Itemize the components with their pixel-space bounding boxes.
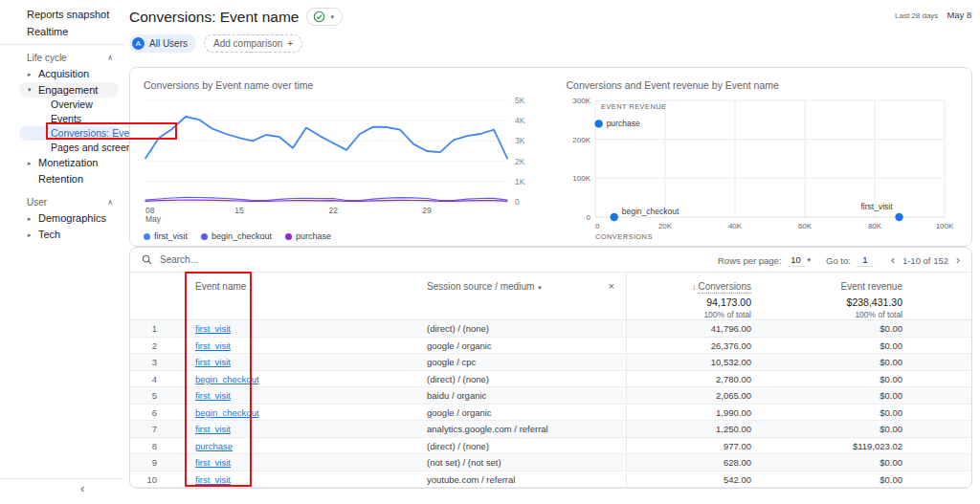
table-row: 10 first_visit youtube.com / referral 54… [130,471,971,489]
sidebar-section-life-cycle[interactable]: Life cycle ∧ [0,49,124,66]
svg-text:22: 22 [328,206,338,215]
dropdown-caret-icon[interactable]: ▾ [538,284,542,291]
event-name-link[interactable]: first_visit [195,457,231,468]
search-input[interactable]: Search... [160,254,198,265]
session-source-cell: baidu / organic [427,387,626,405]
event-name-link[interactable]: begin_checkout [195,374,259,384]
conversions-cell: 1,250.00 [626,421,776,438]
event-name-link[interactable]: first_visit [195,340,231,351]
event-revenue-header[interactable]: Event revenue $238,431.30 100% of total [776,273,971,319]
conversions-header-label[interactable]: Conversions [698,281,751,294]
row-index: 6 [130,405,195,422]
divider [0,478,122,479]
event-name-header-label: Event name [195,281,246,292]
sort-descending-icon[interactable]: ↓ [692,282,697,292]
session-source-header-label: Session source / medium [427,281,534,292]
expand-arrow-icon[interactable]: ▸ [28,210,32,227]
sidebar-item-conversions-event-name[interactable]: Conversions: Event name [19,126,121,141]
svg-text:begin_checkout: begin_checkout [621,207,679,216]
add-comparison-chip[interactable]: Add comparison + [204,34,302,53]
expand-arrow-icon[interactable]: ▸ [28,155,32,171]
sidebar-item-acquisition[interactable]: ▸ Acquisition [0,66,124,82]
sidebar-item-monetization[interactable]: ▸ Monetization [0,155,124,171]
event-name-link[interactable]: first_visit [195,390,231,401]
sidebar-item-retention[interactable]: Retention [0,171,124,187]
go-to-input[interactable]: 1 [857,254,874,267]
revenue-cell: $0.00 [776,405,971,422]
revenue-total-pct: 100% of total [776,310,902,319]
next-page-icon[interactable]: › [954,253,962,267]
row-number-header [130,273,195,319]
row-index: 1 [130,320,195,338]
scatter-chart: 020K40K60K80K100K300K200K100K0EVENT REVE… [567,95,969,248]
svg-text:5K: 5K [515,96,525,105]
svg-text:100K: 100K [572,174,590,183]
legend-item-purchase[interactable]: purchase [285,231,331,241]
svg-text:3K: 3K [515,136,525,145]
all-users-label: All Users [149,38,188,49]
session-source-header[interactable]: Session source / medium▾ × [427,273,626,319]
sidebar-item-tech[interactable]: ▸ Tech [0,227,124,243]
line-chart-title: Conversions by Event name over time [144,79,542,91]
row-index: 2 [130,338,195,355]
sidebar-item-realtime[interactable]: Realtime [0,23,124,40]
svg-text:29: 29 [422,206,432,215]
sidebar-item-demographics[interactable]: ▸ Demographics [0,210,124,227]
event-name-link[interactable]: first_visit [195,424,231,434]
sidebar-item-engagement[interactable]: ▾ Engagement [19,82,119,98]
legend-item-first_visit[interactable]: first_visit [144,231,188,241]
conversion-status-badge[interactable]: ▾ [306,8,343,26]
dropdown-caret-icon[interactable]: ▾ [808,256,812,264]
collapse-arrow-icon[interactable]: ▾ [28,82,32,98]
date-value: May 8 [947,10,971,20]
sidebar-item-events[interactable]: Events [19,112,121,126]
svg-text:40K: 40K [727,222,742,230]
table-body: 1 first_visit (direct) / (none) 41,796.0… [130,320,971,488]
sidebar-section-user[interactable]: User ∧ [0,193,124,210]
scatter-point-begin_checkout[interactable] [610,213,617,221]
expand-arrow-icon[interactable]: ▸ [28,66,32,82]
legend-item-begin_checkout[interactable]: begin_checkout [201,231,272,241]
session-source-cell: google / organic [427,405,626,422]
event-name-header[interactable]: Event name [195,273,427,319]
previous-page-icon[interactable]: ‹ [889,253,897,267]
date-range-picker[interactable]: Last 28 days May 8 [895,10,980,20]
svg-text:4K: 4K [515,116,525,125]
event-name-link[interactable]: first_visit [195,323,231,334]
revenue-cell: $0.00 [776,338,971,355]
event-name-link[interactable]: purchase [195,441,233,451]
sidebar-item-overview[interactable]: Overview [19,98,121,112]
svg-text:100K: 100K [935,222,953,230]
search-icon[interactable] [142,254,152,265]
svg-text:CONVERSIONS: CONVERSIONS [595,232,653,241]
go-to-label: Go to: [826,255,851,266]
scatter-point-first_visit[interactable] [895,213,902,221]
svg-text:EVENT REVENUE: EVENT REVENUE [601,102,666,111]
line-chart: 5K4K3K2K1K008May152229 [144,95,538,229]
scatter-point-purchase[interactable] [594,120,602,127]
close-icon[interactable]: × [609,280,614,292]
row-index: 5 [130,387,195,405]
table-row: 2 first_visit google / organic 26,376.00… [130,338,971,355]
table-card: Search... Rows per page: 10 ▾ Go to: 1 ‹… [129,247,972,489]
conversions-cell: 2,065.00 [626,387,776,405]
event-name-link[interactable]: first_visit [195,357,231,367]
rows-per-page-select[interactable]: 10 [788,254,805,267]
conversions-header[interactable]: ↓Conversions 94,173.00 100% of total [626,273,776,319]
event-name-link[interactable]: first_visit [195,474,231,485]
collapse-caret-icon[interactable]: ∧ [107,54,113,62]
svg-text:60K: 60K [797,222,812,230]
sidebar-collapse-icon[interactable]: ‹ [80,481,84,495]
sidebar-item-reports-snapshot[interactable]: Reports snapshot [0,6,124,23]
sidebar-item-pages-and-screens[interactable]: Pages and screens [19,141,121,155]
expand-arrow-icon[interactable]: ▸ [28,227,32,243]
date-range-label: Last 28 days [895,11,938,20]
event-name-link[interactable]: begin_checkout [195,407,259,418]
sidebar: Reports snapshot Realtime Life cycle ∧ ▸… [0,0,124,504]
session-source-cell: (direct) / (none) [427,320,626,338]
table-row: 8 purchase (direct) / (none) 977.00 $119… [130,438,971,455]
item-label: Engagement [38,84,98,96]
all-users-chip[interactable]: A All Users [129,34,196,53]
collapse-caret-icon[interactable]: ∧ [107,198,113,207]
item-label: Monetization [38,157,98,168]
